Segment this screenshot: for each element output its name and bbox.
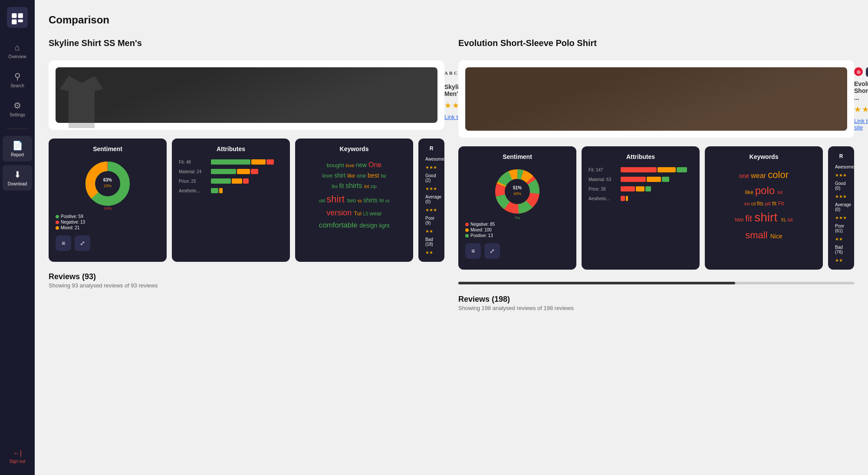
sidebar-item-report[interactable]: 📄 Report	[3, 136, 32, 162]
sidebar-divider	[7, 129, 28, 129]
bar-row-material: Material: 24	[179, 169, 283, 174]
sidebar-bottom: ←| Sign out	[6, 445, 29, 468]
product2-keywords-title: Keywords	[712, 153, 816, 160]
svg-text:63%: 63%	[103, 178, 112, 182]
download-icon: ⬇	[14, 169, 21, 180]
search-icon: ⚲	[14, 71, 21, 82]
product2-card: ◎ 200/882 Evolution Short-Sleeve ... ★★★…	[458, 60, 854, 138]
product1-reviews-subtitle: Showing 93 analysed reviews of 93 review…	[49, 282, 444, 289]
legend-mixed: Mixed: 21	[56, 225, 160, 230]
sidebar-item-search[interactable]: ⚲ Search	[3, 67, 32, 92]
product2-stars: ★★★★☆	[854, 105, 868, 114]
filter-button-2[interactable]: ≡	[465, 243, 481, 259]
product1-bar-chart: Fit: 48 Material: 24	[179, 158, 283, 195]
sidebar-item-download[interactable]: ⬇ Download	[3, 165, 32, 191]
sidebar-nav: ⌂ Overview ⚲ Search ⚙ Settings 📄 Report …	[0, 38, 35, 191]
sidebar-item-search-label: Search	[10, 83, 24, 88]
product1-ratings: Awesome ★★★ Good (2) ★★★ Average (0) ★★★…	[425, 157, 437, 255]
product2-reviews-subtitle: Showing 198 analysed reviews of 198 revi…	[458, 305, 854, 311]
product1-card: Arc'teryx 93/93 Skyline Shirt SS Men's ★…	[49, 60, 444, 130]
product2-reviews-title: Reviews (198)	[458, 295, 854, 304]
sign-out-button[interactable]: ←| Sign out	[6, 445, 29, 468]
product1-wordcloud: bought love new One love shirt like one …	[302, 158, 406, 236]
bar2-row-material: Material: 63	[589, 177, 693, 182]
sign-out-label: Sign out	[10, 459, 26, 464]
legend-positive: Positive: 59	[56, 214, 160, 219]
expand-button[interactable]: ⤢	[75, 235, 90, 251]
sidebar-item-overview-label: Overview	[8, 54, 26, 59]
product2-attributes-title: Attributes	[589, 153, 693, 160]
legend2-positive: Positive: 13	[465, 233, 569, 238]
product1-sentiment-card: Sentiment 63% 23%	[49, 139, 167, 262]
product2-info: ◎ 200/882 Evolution Short-Sleeve ... ★★★…	[854, 67, 868, 131]
page-title: Comparison	[49, 14, 854, 26]
product2-info-header: ◎ 200/882	[854, 67, 868, 77]
sidebar-item-report-label: Report	[11, 152, 24, 157]
product2-metrics: Sentiment 51% 43% 7%	[458, 146, 854, 270]
product2-wordcloud: one wear color like polo lot xxl cd fits	[712, 165, 816, 244]
product1-neg-pct: 14%	[104, 206, 112, 211]
bar2-row-aesthetic: Aesthetic...	[589, 196, 693, 201]
sidebar-item-download-label: Download	[8, 181, 27, 186]
sidebar-item-settings-label: Settings	[10, 112, 25, 117]
svg-rect-3	[18, 20, 23, 22]
product2-donut: 51% 43%	[465, 165, 569, 218]
product2-link[interactable]: Link to product site	[854, 118, 868, 131]
sidebar: ⌂ Overview ⚲ Search ⚙ Settings 📄 Report …	[0, 0, 35, 475]
product2-ratings-partial: R Awesome ★★★ Good (0) ★★★ Average (0) ★…	[828, 146, 854, 270]
scroll-thumb	[458, 282, 735, 284]
svg-text:23%: 23%	[104, 184, 112, 188]
product1-metrics: Sentiment 63% 23%	[49, 139, 444, 262]
expand-button-2[interactable]: ⤢	[484, 243, 500, 259]
product1-donut-svg: 63% 23%	[82, 158, 134, 210]
product1-sentiment-title: Sentiment	[56, 145, 160, 152]
sidebar-item-settings[interactable]: ⚙ Settings	[3, 96, 32, 122]
product2-brand-logo: ◎	[854, 67, 863, 76]
app-logo	[7, 7, 28, 28]
product2-column: Evolution Short-Sleeve Polo Shirt ◎ 200/…	[458, 38, 854, 311]
bar-row-price: Price: 25	[179, 178, 283, 184]
product2-donut-svg: 51% 43%	[491, 165, 543, 218]
product2-review-badge: 200/882	[866, 67, 868, 77]
product2-title: Evolution Short-Sleeve Polo Shirt	[458, 38, 854, 48]
product1-reviews-section: Reviews (93) Showing 93 analysed reviews…	[49, 272, 444, 289]
product2-sentiment-card: Sentiment 51% 43% 7%	[458, 146, 576, 270]
product1-legend: Positive: 59 Negative: 13 Mixed: 21	[56, 214, 160, 230]
product2-ratings: Awesome ★★★ Good (0) ★★★ Average (0) ★★★…	[835, 165, 847, 263]
product2-sentiment-title: Sentiment	[465, 153, 569, 160]
main-content: Comparison Skyline Shirt SS Men's Arc'te…	[35, 0, 868, 475]
product2-name: Evolution Short-Sleeve ...	[854, 80, 868, 101]
sidebar-item-overview[interactable]: ⌂ Overview	[3, 38, 32, 63]
product1-keywords-card: Keywords bought love new One love shirt …	[295, 139, 413, 262]
product1-donut: 63% 23%	[56, 158, 160, 210]
comparison-grid: Skyline Shirt SS Men's Arc'teryx 93/93 S…	[49, 38, 854, 311]
product2-bar-chart: Fit: 147 Material: 63	[589, 165, 693, 203]
legend2-negative: Negative: 85	[465, 222, 569, 227]
product1-attributes-card: Attributes Fit: 48 Material: 24	[172, 139, 290, 262]
logo-icon	[10, 10, 24, 24]
svg-rect-0	[12, 13, 16, 18]
overview-icon: ⌂	[15, 43, 20, 53]
product2-image	[465, 67, 847, 131]
shirt-silhouette	[56, 67, 108, 137]
svg-rect-2	[12, 20, 16, 24]
svg-text:43%: 43%	[513, 191, 521, 196]
product1-attributes-title: Attributes	[179, 145, 283, 152]
product2-attributes-card: Attributes Fit: 147 Material: 63	[582, 146, 700, 270]
sign-out-icon: ←|	[13, 449, 22, 457]
product2-keywords-card: Keywords one wear color like polo lot xx…	[705, 146, 823, 270]
product2-pos-pct: 7%	[465, 216, 569, 220]
legend-negative: Negative: 13	[56, 220, 160, 224]
filter-button[interactable]: ≡	[56, 235, 71, 251]
bar2-row-price: Price: 38	[589, 186, 693, 191]
report-icon: 📄	[12, 140, 23, 151]
product1-ratings-partial: R Awesome ★★★ Good (2) ★★★ Average (0) ★…	[418, 139, 444, 262]
product1-reviews-title: Reviews (93)	[49, 272, 444, 281]
product1-keywords-title: Keywords	[302, 145, 406, 152]
product1-title: Skyline Shirt SS Men's	[49, 38, 444, 48]
product2-reviews-section: Reviews (198) Showing 198 analysed revie…	[458, 295, 854, 311]
scroll-track[interactable]	[458, 282, 854, 284]
product2-legend: Negative: 85 Mixed: 100 Positive: 13	[465, 222, 569, 238]
bar-row-aesthetic: Aesthetic...	[179, 188, 283, 193]
product1-sentiment-footer: ≡ ⤢	[56, 235, 160, 251]
